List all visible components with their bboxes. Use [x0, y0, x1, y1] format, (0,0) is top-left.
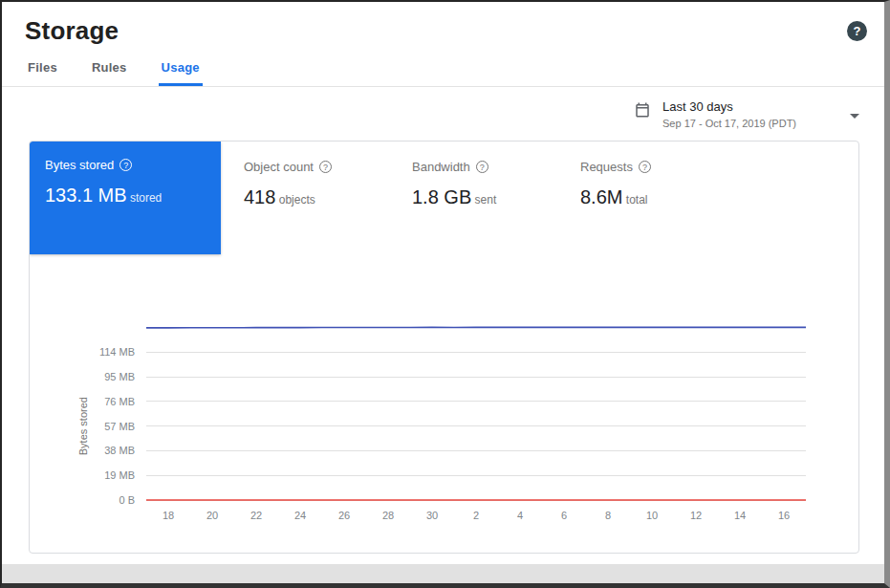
- metrics-row: Bytes stored?133.1 MB storedObject count…: [30, 142, 858, 254]
- usage-line-chart: 114 MB95 MB76 MB57 MB38 MB19 MB0 B182022…: [41, 304, 859, 534]
- metric-title: Requests?: [580, 160, 720, 174]
- calendar-icon: [634, 99, 651, 119]
- svg-text:Bytes stored: Bytes stored: [77, 397, 89, 455]
- date-range-detail: Sep 17 - Oct 17, 2019 (PDT): [662, 118, 806, 129]
- svg-text:22: 22: [250, 510, 262, 521]
- storage-page: Storage ? FilesRulesUsage Last 30 days S…: [0, 0, 890, 588]
- svg-text:18: 18: [163, 510, 174, 521]
- svg-text:24: 24: [294, 510, 306, 521]
- svg-text:10: 10: [646, 510, 658, 521]
- date-range-text: Last 30 days Sep 17 - Oct 17, 2019 (PDT): [662, 99, 806, 129]
- svg-text:0 B: 0 B: [119, 494, 135, 506]
- metric-value: 1.8 GB sent: [412, 186, 552, 208]
- metric-help-icon: ?: [319, 161, 332, 173]
- metric-card-bandwidth[interactable]: Bandwidth?1.8 GB sent: [389, 142, 557, 254]
- metric-help-icon: ?: [119, 159, 132, 171]
- metric-title: Bytes stored?: [45, 158, 206, 172]
- tab-rules[interactable]: Rules: [89, 54, 130, 86]
- metric-card-object-count[interactable]: Object count?418 objects: [221, 142, 389, 254]
- svg-text:28: 28: [382, 510, 394, 521]
- svg-text:57 MB: 57 MB: [104, 421, 135, 432]
- metric-help-icon: ?: [476, 161, 488, 173]
- svg-text:16: 16: [778, 510, 790, 521]
- tab-bar: FilesRulesUsage: [2, 54, 884, 87]
- svg-text:12: 12: [690, 510, 702, 521]
- svg-text:8: 8: [605, 510, 611, 521]
- svg-text:30: 30: [426, 510, 438, 521]
- svg-text:2: 2: [473, 510, 479, 521]
- svg-text:26: 26: [338, 510, 350, 521]
- tab-usage[interactable]: Usage: [159, 54, 203, 86]
- svg-text:14: 14: [734, 510, 746, 521]
- date-row: Last 30 days Sep 17 - Oct 17, 2019 (PDT): [2, 87, 884, 137]
- svg-text:76 MB: 76 MB: [104, 396, 135, 407]
- svg-text:4: 4: [517, 510, 523, 521]
- date-range-selector[interactable]: Last 30 days Sep 17 - Oct 17, 2019 (PDT): [634, 99, 859, 129]
- metric-value: 133.1 MB stored: [45, 185, 206, 207]
- metric-title: Bandwidth?: [412, 160, 552, 174]
- svg-text:20: 20: [206, 510, 218, 521]
- date-range-label: Last 30 days: [662, 99, 806, 114]
- metric-help-icon: ?: [639, 161, 651, 173]
- svg-text:38 MB: 38 MB: [104, 445, 135, 456]
- page-header: Storage ?: [2, 2, 884, 54]
- metric-title: Object count?: [244, 160, 383, 174]
- svg-text:19 MB: 19 MB: [104, 469, 135, 481]
- metric-card-bytes-stored[interactable]: Bytes stored?133.1 MB stored: [30, 142, 221, 254]
- metric-value: 418 objects: [244, 186, 383, 208]
- help-icon: ?: [854, 24, 861, 38]
- metric-card-requests[interactable]: Requests?8.6M total: [557, 142, 726, 254]
- svg-text:95 MB: 95 MB: [104, 371, 135, 382]
- page-title: Storage: [25, 16, 119, 46]
- help-button[interactable]: ?: [847, 21, 867, 41]
- metric-unit: sent: [471, 193, 496, 207]
- svg-text:6: 6: [561, 510, 567, 521]
- usage-chart: 114 MB95 MB76 MB57 MB38 MB19 MB0 B182022…: [30, 304, 858, 534]
- svg-text:114 MB: 114 MB: [99, 346, 135, 358]
- page-footer-strip: [2, 564, 884, 583]
- metric-unit: objects: [275, 193, 315, 207]
- chevron-down-icon: [850, 105, 859, 122]
- metric-unit: stored: [127, 191, 163, 205]
- metric-unit: total: [622, 193, 647, 207]
- usage-card: Bytes stored?133.1 MB storedObject count…: [29, 141, 859, 554]
- tab-files[interactable]: Files: [25, 54, 60, 86]
- metric-value: 8.6M total: [580, 186, 720, 208]
